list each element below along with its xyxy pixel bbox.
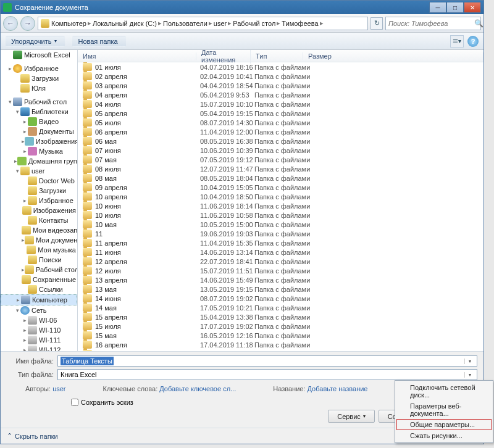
expand-icon[interactable]: ▸: [15, 297, 21, 303]
tree-item[interactable]: Microsoft Excel: [1, 50, 77, 60]
tree-item[interactable]: ▸Рабочий стол: [1, 265, 77, 275]
file-row[interactable]: 03 апреля04.04.2019 18:54Папка с файлами: [78, 81, 484, 90]
ctx-general-params[interactable]: Общие параметры...: [396, 419, 492, 430]
refresh-button[interactable]: ↻: [371, 17, 383, 30]
title-link[interactable]: Добавьте название: [308, 385, 368, 392]
file-row[interactable]: 10 мая10.05.2019 15:00Папка с файлами: [78, 220, 484, 229]
ctx-compress[interactable]: Сжать рисунки...: [396, 430, 492, 441]
tree-item[interactable]: Сохраненные и: [1, 275, 77, 284]
col-size[interactable]: Размер: [303, 52, 484, 60]
tree-item[interactable]: ▸WI-110: [1, 325, 77, 335]
tree-item[interactable]: ▸WI-06: [1, 315, 77, 325]
breadcrumb-item[interactable]: user: [214, 20, 227, 27]
tree-item[interactable]: Изображения: [1, 205, 77, 215]
tree-item[interactable]: ▸Избранное: [1, 196, 77, 205]
file-row[interactable]: 08 июля12.07.2019 11:47Папка с файлами: [78, 164, 484, 173]
filename-input[interactable]: Таблица Тексты▾: [57, 355, 477, 367]
expand-icon[interactable]: ▸: [22, 118, 28, 125]
tree-item[interactable]: Загрузки: [1, 73, 77, 83]
filetype-select[interactable]: Книга Excel▾: [57, 369, 477, 380]
file-row[interactable]: 14 мая17.05.2019 10:21Папка с файлами: [78, 303, 484, 312]
expand-icon[interactable]: ▸: [22, 327, 28, 333]
file-row[interactable]: 10 апреля10.04.2019 18:50Папка с файлами: [78, 192, 484, 201]
maximize-button[interactable]: □: [446, 2, 464, 13]
new-folder-button[interactable]: Новая папка: [72, 36, 125, 47]
breadcrumb-item[interactable]: Локальный диск (C:): [93, 20, 157, 27]
file-row[interactable]: 15 мая16.05.2019 12:16Папка с файлами: [78, 331, 484, 340]
tree-item[interactable]: Ссылки: [1, 284, 77, 294]
file-row[interactable]: 02 апреля02.04.2019 10:41Папка с файлами: [78, 72, 484, 81]
expand-icon[interactable]: ▾: [14, 109, 20, 115]
expand-icon[interactable]: ▸: [7, 65, 13, 72]
tree-item[interactable]: ▸Домашняя групп: [1, 156, 77, 166]
expand-icon[interactable]: ▸: [22, 197, 28, 204]
col-name[interactable]: Имя: [78, 52, 196, 60]
tree-item[interactable]: ▾Рабочий стол: [1, 97, 77, 107]
search-input[interactable]: [388, 20, 474, 27]
expand-icon[interactable]: ▸: [22, 148, 28, 154]
expand-icon[interactable]: ▸: [22, 337, 28, 343]
tree-item[interactable]: Юля: [1, 83, 77, 93]
breadcrumb[interactable]: Компьютер▸Локальный диск (C:)▸Пользовате…: [38, 17, 368, 30]
tree-item[interactable]: ▸Мои документь: [1, 235, 77, 245]
file-row[interactable]: 06 мая08.05.2019 16:38Папка с файлами: [78, 136, 484, 146]
tree-item[interactable]: ▸WI-111: [1, 335, 77, 345]
expand-icon[interactable]: ▾: [7, 99, 13, 105]
file-row[interactable]: 15 апреля15.04.2019 13:38Папка с файлами: [78, 312, 484, 321]
file-row[interactable]: 14 июня08.07.2019 19:02Папка с файлами: [78, 294, 484, 303]
tree-item[interactable]: ▸WI-112: [1, 345, 77, 351]
breadcrumb-item[interactable]: Пользователи: [163, 20, 207, 27]
column-headers[interactable]: Имя Дата изменения Тип Размер: [78, 50, 484, 62]
expand-icon[interactable]: ▾: [14, 307, 20, 313]
tree-item[interactable]: ▸Документы: [1, 127, 77, 136]
file-row[interactable]: 12 апреля22.07.2019 18:41Папка с файлами: [78, 257, 484, 266]
tree-item[interactable]: ▾Сеть: [1, 305, 77, 315]
view-button[interactable]: ☰▾: [450, 35, 464, 48]
tree-item[interactable]: Поиски: [1, 255, 77, 265]
file-row[interactable]: 12 июля15.07.2019 11:51Папка с файлами: [78, 266, 484, 275]
col-date[interactable]: Дата изменения: [196, 50, 251, 64]
file-row[interactable]: 04 апреля05.04.2019 9:53Папка с файлами: [78, 90, 484, 99]
tree-item[interactable]: Мои видеозапи: [1, 225, 77, 235]
file-row[interactable]: 11 апреля11.04.2019 15:35Папка с файлами: [78, 238, 484, 247]
tools-context-menu[interactable]: Подключить сетевой диск... Параметры веб…: [395, 380, 493, 443]
tree-item[interactable]: Загрузки: [1, 186, 77, 196]
tools-button[interactable]: Сервис: [328, 410, 375, 423]
tree-item[interactable]: ▸Компьютер: [1, 294, 77, 305]
file-row[interactable]: 07 июня10.06.2019 10:39Папка с файлами: [78, 146, 484, 155]
save-thumbnail-input[interactable]: [71, 399, 78, 406]
breadcrumb-item[interactable]: Рабочий стол: [233, 20, 275, 27]
file-row[interactable]: 07 мая07.05.2019 19:12Папка с файлами: [78, 155, 484, 164]
tree-item[interactable]: ▸Изображения: [1, 136, 77, 146]
titlebar[interactable]: Сохранение документа ─ □ ✕: [1, 1, 484, 14]
minimize-button[interactable]: ─: [429, 2, 446, 13]
tree-item[interactable]: ▾user: [1, 166, 77, 176]
tree-item[interactable]: Моя музыка: [1, 245, 77, 255]
expand-icon[interactable]: ▸: [22, 128, 28, 135]
file-row[interactable]: 06 апреля11.04.2019 12:00Папка с файлами: [78, 127, 484, 136]
file-row[interactable]: 15 июля17.07.2019 19:02Папка с файлами: [78, 321, 484, 331]
keywords-link[interactable]: Добавьте ключевое сл...: [159, 385, 236, 392]
file-row[interactable]: 1119.06.2019 19:03Папка с файлами: [78, 229, 484, 238]
tree-sidebar[interactable]: Microsoft Excel▸ИзбранноеЗагрузкиЮля▾Раб…: [1, 50, 78, 351]
file-row[interactable]: 13 мая13.05.2019 19:15Папка с файлами: [78, 284, 484, 294]
breadcrumb-item[interactable]: Компьютер: [51, 20, 86, 27]
file-row[interactable]: 09 апреля10.04.2019 15:05Папка с файлами: [78, 183, 484, 192]
expand-icon[interactable]: ▾: [14, 168, 20, 174]
file-row[interactable]: 01 июля04.07.2019 18:16Папка с файлами: [78, 62, 484, 72]
back-button[interactable]: ←: [3, 16, 18, 31]
filetype-dropdown-icon[interactable]: ▾: [464, 372, 474, 378]
search-box[interactable]: 🔍: [385, 17, 481, 30]
tree-item[interactable]: Контакты: [1, 215, 77, 225]
ctx-web-params[interactable]: Параметры веб-документа...: [396, 400, 492, 419]
file-row[interactable]: 10 июля11.06.2019 10:58Папка с файлами: [78, 210, 484, 220]
expand-icon[interactable]: ▸: [22, 317, 28, 323]
col-type[interactable]: Тип: [251, 52, 303, 60]
file-list[interactable]: 01 июля04.07.2019 18:16Папка с файлами02…: [78, 62, 484, 351]
file-row[interactable]: 08 мая08.05.2019 18:04Папка с файлами: [78, 173, 484, 183]
expand-icon[interactable]: ▸: [22, 347, 28, 351]
ctx-net-drive[interactable]: Подключить сетевой диск...: [396, 382, 492, 400]
file-row[interactable]: 11 июня14.06.2019 13:14Папка с файлами: [78, 247, 484, 257]
tree-item[interactable]: Doctor Web: [1, 176, 77, 186]
breadcrumb-item[interactable]: Тимофеева: [282, 20, 318, 27]
